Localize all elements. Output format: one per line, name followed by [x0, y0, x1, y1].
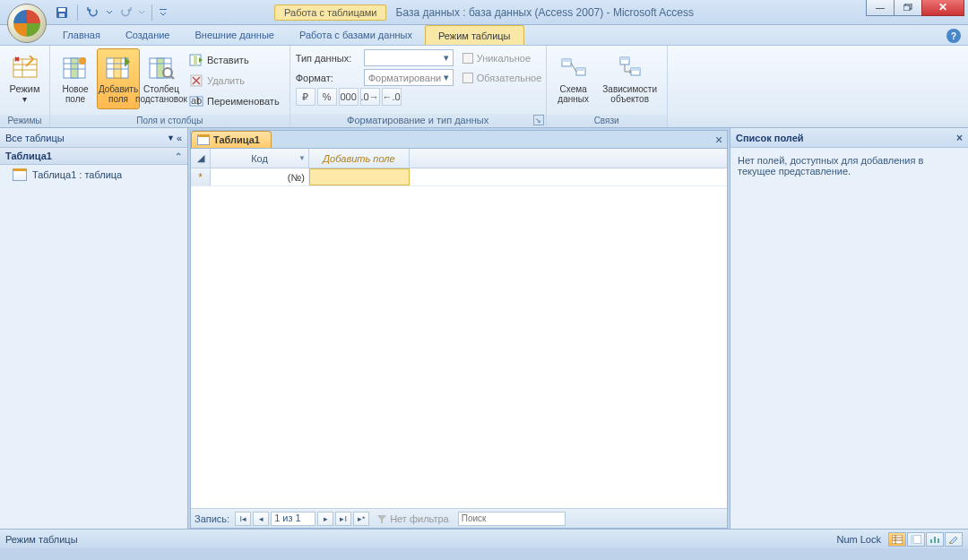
titlebar: Работа с таблицами База данных : база да… [0, 0, 968, 25]
dependencies-button[interactable]: Зависимости объектов [597, 48, 663, 109]
datasheet-view-button[interactable] [888, 532, 906, 547]
tab-create[interactable]: Создание [113, 25, 183, 45]
qat-customize-button[interactable] [158, 3, 169, 22]
next-record-button[interactable]: ▸ [317, 512, 333, 526]
rename-label: Переименовать [207, 96, 280, 107]
svg-rect-5 [903, 5, 910, 11]
relationships-button[interactable]: Схема данных [550, 48, 597, 109]
group-label-relationships: Связи [547, 115, 667, 127]
undo-button[interactable] [83, 3, 103, 22]
pivottable-view-button[interactable] [907, 532, 925, 547]
maximize-button[interactable] [894, 0, 922, 16]
last-record-button[interactable]: ▸I [335, 512, 351, 526]
chevron-down-icon: ▾ [444, 52, 449, 64]
status-mode: Режим таблицы [5, 534, 78, 545]
record-search [458, 512, 566, 526]
save-icon [55, 5, 69, 20]
save-button[interactable] [52, 3, 72, 22]
close-button[interactable]: ✕ [921, 0, 964, 16]
svg-rect-43 [911, 535, 914, 544]
increase-decimals-button[interactable]: .0→ [360, 88, 380, 106]
chevron-down-icon [138, 9, 145, 16]
search-input[interactable] [458, 512, 566, 526]
main-area: Все таблицы ▼ « Таблица1 ⌃ Таблица1 : та… [0, 128, 968, 529]
view-button[interactable]: Режим▾ [4, 48, 46, 109]
field-list-pane: Список полей × Нет полей, доступных для … [730, 128, 968, 529]
collapse-icon[interactable]: « [177, 133, 182, 143]
decrease-decimals-button[interactable]: ←.0 [382, 88, 402, 106]
undo-dropdown[interactable] [105, 3, 114, 22]
currency-icon: ₽ [302, 91, 308, 103]
format-label: Формат: [296, 73, 360, 83]
tab-home[interactable]: Главная [50, 25, 113, 45]
tab-database-tools[interactable]: Работа с базами данных [287, 25, 425, 45]
redo-dropdown[interactable] [137, 3, 146, 22]
column-header-id[interactable]: Код ▼ [211, 149, 309, 168]
pivotchart-view-button[interactable] [926, 532, 944, 547]
redo-button[interactable] [116, 3, 135, 22]
cell-id-new[interactable]: (№) [211, 168, 309, 185]
svg-rect-38 [892, 535, 903, 544]
svg-rect-25 [194, 55, 197, 65]
column-header-add[interactable]: Добавить поле [309, 149, 410, 168]
svg-rect-46 [938, 538, 939, 543]
tab-external-data[interactable]: Внешние данные [183, 25, 287, 45]
first-record-button[interactable]: I◂ [235, 512, 251, 526]
close-pane-button[interactable]: × [956, 132, 963, 144]
dependencies-icon [616, 54, 644, 82]
nav-group-table1[interactable]: Таблица1 ⌃ [0, 148, 187, 165]
delete-button[interactable]: Удалить [185, 71, 284, 90]
format-combo[interactable]: Форматировани▾ [364, 69, 454, 86]
ribbon-group-views: Режим▾ Режимы [0, 46, 50, 127]
document-close-button[interactable]: × [711, 133, 727, 147]
lookup-column-button[interactable]: Столбец подстановок [140, 48, 183, 109]
tab-datasheet[interactable]: Режим таблицы [425, 25, 524, 45]
dependencies-label: Зависимости объектов [602, 84, 657, 104]
required-checkbox[interactable]: Обязательное [461, 68, 544, 87]
record-label: Запись: [194, 513, 229, 524]
restore-icon [903, 4, 912, 11]
ribbon-group-formatting: Тип данных: ▾ Формат: Форматировани▾ ₽ %… [290, 46, 547, 127]
svg-rect-44 [930, 539, 932, 543]
percent-format-button[interactable]: % [317, 88, 337, 106]
comma-icon: 000 [340, 91, 356, 102]
row-selector-new[interactable]: * [191, 168, 211, 185]
percent-icon: % [323, 91, 332, 102]
unique-checkbox[interactable]: Уникальное [461, 48, 544, 67]
add-fields-button[interactable]: Добавить поля [97, 48, 140, 109]
nav-item-table1[interactable]: Таблица1 : таблица [0, 165, 187, 185]
new-field-button[interactable]: Новое поле [54, 48, 97, 109]
prev-record-button[interactable]: ◂ [253, 512, 269, 526]
insert-button[interactable]: Вставить [185, 50, 284, 69]
view-switcher [888, 532, 963, 547]
currency-format-button[interactable]: ₽ [296, 88, 315, 106]
cell-add-new[interactable] [309, 168, 410, 185]
title-center: Работа с таблицами База данных : база да… [274, 4, 694, 21]
unique-label: Уникальное [477, 53, 531, 64]
svg-text:ab: ab [191, 95, 202, 106]
checkbox-icon [462, 73, 473, 83]
design-view-button[interactable] [945, 532, 963, 547]
datatype-combo[interactable]: ▾ [364, 49, 454, 66]
insert-icon [189, 53, 203, 67]
office-button[interactable] [7, 4, 47, 43]
new-record-button[interactable]: ▸* [353, 512, 369, 526]
delete-label: Удалить [207, 75, 245, 86]
help-button[interactable]: ? [946, 29, 961, 43]
datasheet-new-row[interactable]: * (№) [191, 168, 727, 186]
filter-icon [376, 513, 387, 524]
minimize-button[interactable]: — [866, 0, 895, 16]
thousands-format-button[interactable]: 000 [339, 88, 359, 106]
datatype-row: Тип данных: ▾ [294, 48, 455, 67]
document-tab-table1[interactable]: Таблица1 [191, 131, 272, 148]
record-position-input[interactable]: 1 из 1 [271, 512, 315, 526]
group-label-fields: Поля и столбцы [50, 115, 290, 127]
filter-indicator[interactable]: Нет фильтра [376, 513, 449, 524]
undo-icon [86, 5, 100, 20]
navpane-header[interactable]: Все таблицы ▼ « [0, 128, 187, 148]
rename-button[interactable]: ab Переименовать [185, 91, 284, 110]
datasheet-view-icon [892, 535, 903, 544]
dialog-launcher[interactable]: ↘ [533, 115, 544, 125]
select-all-cell[interactable]: ◢ [191, 149, 211, 168]
document-tab-label: Таблица1 [213, 134, 260, 145]
